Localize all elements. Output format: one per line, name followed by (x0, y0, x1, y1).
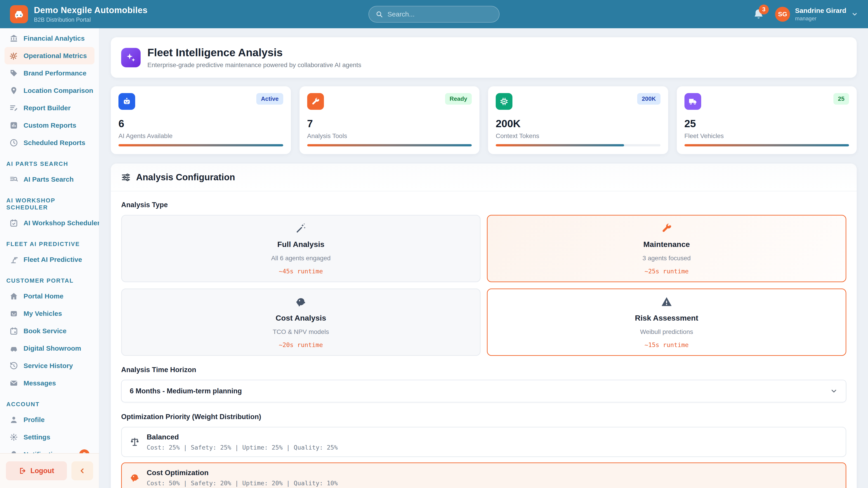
sidebar-item-profile[interactable]: Profile (4, 411, 94, 428)
sidebar-item-brand-performance[interactable]: Brand Performance (4, 64, 94, 82)
stat-label: AI Agents Available (119, 132, 283, 140)
avatar: SG (775, 7, 790, 22)
list-edit-icon (9, 104, 18, 112)
sidebar-item-my-vehicles[interactable]: My Vehicles (4, 305, 94, 322)
app-title: Demo Nexgile Automobiles (34, 5, 148, 15)
stat-card-fleet-vehicles: 25 25 Fleet Vehicles (677, 86, 857, 154)
magic-wand-icon (295, 222, 307, 234)
stat-label: Analysis Tools (307, 132, 472, 140)
analysis-configuration-card: Analysis Configuration Analysis Type Ful… (111, 164, 857, 488)
sidebar-item-ai-parts-search[interactable]: AI Parts Search (4, 170, 94, 188)
top-header: Demo Nexgile Automobiles B2B Distributio… (0, 0, 868, 28)
sidebar-item-scheduled-reports[interactable]: Scheduled Reports (4, 134, 94, 151)
stat-card-ai-agents: Active 6 AI Agents Available (111, 86, 291, 154)
sidebar-item-digital-showroom[interactable]: Digital Showroom (4, 339, 94, 357)
sliders-icon (121, 173, 131, 182)
status-badge: Ready (445, 93, 472, 105)
stat-label: Context Tokens (496, 132, 660, 140)
sidebar-item-notifications[interactable]: Notifications 3 (4, 446, 94, 453)
stat-value: 25 (684, 118, 849, 130)
calendar-check-icon (9, 219, 18, 227)
calendar-icon (9, 327, 18, 335)
sidebar-nav: Financial Analytics Operational Metrics … (0, 28, 99, 453)
map-pin-icon (9, 86, 18, 95)
type-card-maintenance[interactable]: Maintenance 3 agents focused ~25s runtim… (487, 215, 846, 282)
priority-option-balanced[interactable]: Balanced Cost: 25% | Safety: 25% | Uptim… (121, 427, 846, 457)
brand: Demo Nexgile Automobiles B2B Distributio… (10, 5, 148, 23)
gear-sparkle-icon (9, 52, 18, 60)
config-header: Analysis Configuration (111, 164, 857, 191)
tag-icon (9, 69, 18, 77)
chevron-down-icon (851, 11, 858, 18)
sidebar-collapse-button[interactable] (71, 461, 93, 480)
notifications-button[interactable]: 3 (752, 8, 765, 20)
wrench-icon (307, 93, 324, 110)
section-account: ACCOUNT (6, 401, 93, 408)
page-subtitle: Enterprise-grade predictive maintenance … (147, 61, 361, 69)
search-icon (376, 11, 383, 18)
stat-card-context-tokens: 200K 200K Context Tokens (488, 86, 668, 154)
type-card-risk-assessment[interactable]: Risk Assessment Weibull predictions ~15s… (487, 289, 846, 356)
user-icon (9, 416, 18, 424)
stat-value: 200K (496, 118, 660, 130)
status-badge: 25 (833, 93, 849, 105)
progress-bar (496, 144, 624, 147)
section-ai-workshop-scheduler: AI WORKSHOP SCHEDULER (6, 197, 93, 211)
page-title: Fleet Intelligence Analysis (147, 46, 361, 59)
history-icon (9, 361, 18, 370)
stat-value: 7 (307, 118, 472, 130)
car-logo-icon (14, 9, 24, 20)
wrench-icon (661, 222, 673, 234)
warning-triangle-icon (661, 296, 673, 308)
user-menu[interactable]: SG Sandrine Girard manager (775, 7, 858, 22)
robot-arm-icon (9, 255, 18, 264)
scales-icon (129, 437, 140, 447)
sidebar-item-portal-home[interactable]: Portal Home (4, 287, 94, 305)
sidebar-item-financial-analytics[interactable]: Financial Analytics (4, 30, 94, 47)
status-badge: 200K (637, 93, 660, 105)
user-role: manager (795, 15, 846, 22)
sidebar-item-settings[interactable]: Settings (4, 428, 94, 446)
global-search[interactable] (368, 6, 500, 23)
time-horizon-label: Analysis Time Horizon (121, 366, 846, 374)
gear-icon (9, 433, 18, 442)
sidebar-item-book-service[interactable]: Book Service (4, 322, 94, 339)
search-input[interactable] (388, 10, 492, 18)
sparkles-icon (121, 48, 141, 67)
sidebar-item-location-comparison[interactable]: Location Comparison (4, 82, 94, 99)
sidebar-item-custom-reports[interactable]: Custom Reports (4, 117, 94, 134)
priority-label: Optimization Priority (Weight Distributi… (121, 413, 846, 421)
sidebar-item-ai-workshop-scheduler[interactable]: AI Workshop Scheduler (4, 214, 94, 232)
time-horizon-select[interactable]: 6 Months - Medium-term planning (121, 380, 846, 402)
sidebar-item-service-history[interactable]: Service History (4, 357, 94, 375)
sidebar-item-report-builder[interactable]: Report Builder (4, 99, 94, 117)
status-badge: Active (256, 93, 283, 105)
progress-bar (307, 144, 472, 147)
type-card-cost-analysis[interactable]: Cost Analysis TCO & NPV models ~20s runt… (121, 289, 480, 356)
progress-bar (684, 144, 849, 147)
hero-banner: Fleet Intelligence Analysis Enterprise-g… (111, 37, 857, 78)
progress-bar (119, 144, 283, 147)
logout-icon (19, 467, 26, 475)
bank-icon (9, 34, 18, 43)
logout-button[interactable]: Logout (6, 461, 67, 480)
robot-icon (119, 93, 135, 110)
stats-row: Active 6 AI Agents Available Ready 7 Ana… (111, 86, 857, 154)
notifications-count-badge: 3 (79, 449, 90, 453)
piggy-bank-icon (295, 296, 307, 308)
type-card-full-analysis[interactable]: Full Analysis All 6 agents engaged ~45s … (121, 215, 480, 282)
car-side-icon (9, 344, 18, 353)
home-icon (9, 292, 18, 300)
sidebar: Financial Analytics Operational Metrics … (0, 28, 99, 488)
stat-card-analysis-tools: Ready 7 Analysis Tools (300, 86, 480, 154)
sidebar-item-messages[interactable]: Messages (4, 375, 94, 392)
notification-badge: 3 (759, 4, 769, 14)
config-title: Analysis Configuration (136, 172, 235, 182)
analysis-type-label: Analysis Type (121, 201, 846, 209)
sidebar-item-operational-metrics[interactable]: Operational Metrics (4, 47, 94, 64)
search-list-icon (9, 175, 18, 184)
stat-label: Fleet Vehicles (684, 132, 849, 140)
priority-option-cost-optimization[interactable]: Cost Optimization Cost: 50% | Safety: 20… (121, 462, 846, 488)
sidebar-item-fleet-ai-predictive[interactable]: Fleet AI Predictive (4, 251, 94, 268)
truck-icon (684, 93, 701, 110)
